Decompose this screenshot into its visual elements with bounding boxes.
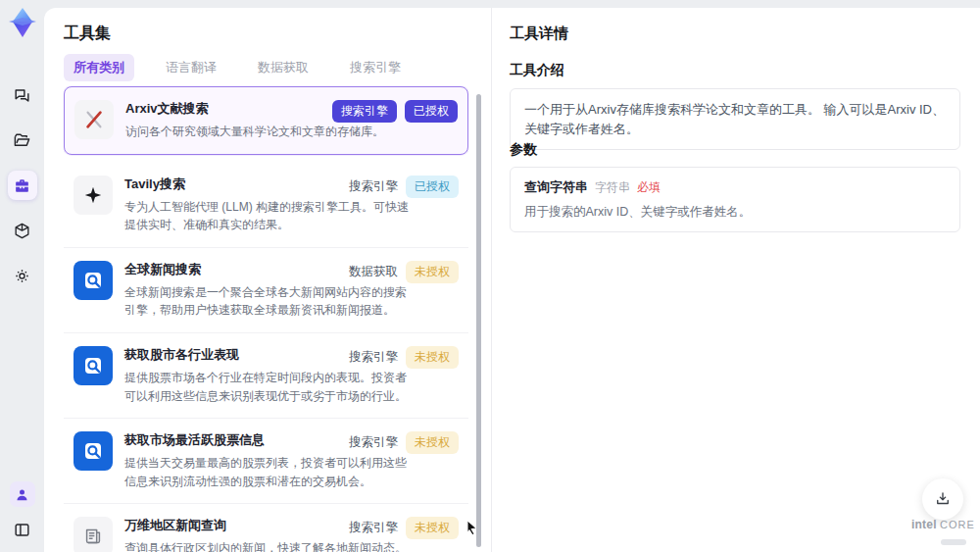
tool-category-tag: 数据获取	[349, 264, 398, 280]
tool-list: Arxiv文献搜索 访问各个研究领域大量科学论文和文章的存储库。 搜索引擎 已授…	[64, 86, 468, 552]
tool-list-item-1[interactable]: Tavily搜索 专为人工智能代理 (LLM) 构建的搜索引擎工具。可快速提供实…	[64, 163, 468, 248]
params-heading: 参数	[510, 141, 537, 159]
toolbox-icon[interactable]	[8, 171, 37, 200]
detail-title: 工具详情	[510, 25, 568, 43]
stock-app-icon	[74, 431, 113, 471]
tool-detail-panel: 工具详情 工具介绍 一个用于从Arxiv存储库搜索科学论文和文章的工具。 输入可…	[493, 8, 980, 552]
tool-auth-badge: 已授权	[405, 100, 458, 123]
tool-auth-badge: 未授权	[406, 431, 459, 454]
news-app-icon	[74, 261, 113, 300]
mouse-cursor	[466, 520, 479, 539]
tab-0[interactable]: 所有类别	[64, 54, 134, 81]
intro-box: 一个用于从Arxiv存储库搜索科学论文和文章的工具。 输入可以是Arxiv ID…	[510, 88, 960, 150]
collapse-panel-icon[interactable]	[8, 515, 37, 544]
tool-description: 全球新闻搜索是一个聚合全球各大新闻网站内容的搜索引擎，帮助用户快速获取全球最新资…	[124, 283, 411, 320]
tool-list-item-2[interactable]: 全球新闻搜索 全球新闻搜索是一个聚合全球各大新闻网站内容的搜索引擎，帮助用户快速…	[64, 248, 468, 333]
gear-icon[interactable]	[8, 261, 37, 290]
chat-icon[interactable]	[8, 80, 37, 110]
tool-list-item-0[interactable]: Arxiv文献搜索 访问各个研究领域大量科学论文和文章的存储库。 搜索引擎 已授…	[64, 86, 468, 155]
newspaper-icon	[74, 517, 113, 552]
tool-category-tag: 搜索引擎	[349, 434, 398, 451]
tab-1[interactable]: 语言翻译	[156, 54, 226, 81]
tool-category-tag: 搜索引擎	[332, 100, 397, 123]
folder-icon[interactable]	[8, 125, 37, 155]
tool-description: 提供股票市场各个行业在特定时间段内的表现。投资者可以利用这些信息来识别表现优于或…	[124, 369, 411, 405]
tool-auth-badge: 未授权	[406, 261, 459, 283]
tool-description: 提供当天交易量最高的股票列表，投资者可以利用这些信息来识别流动性强的股票和潜在的…	[124, 454, 411, 490]
tool-list-item-4[interactable]: 获取市场最活跃股票信息 提供当天交易量最高的股票列表，投资者可以利用这些信息来识…	[64, 419, 468, 504]
tool-auth-badge: 未授权	[406, 346, 459, 369]
intel-sub-badge	[941, 539, 966, 545]
param-type: 字符串	[595, 179, 630, 196]
scrollbar[interactable]	[476, 94, 481, 547]
intel-product-text: CORE	[940, 519, 975, 530]
tool-list-item-3[interactable]: 获取股市各行业表现 提供股票市场各个行业在特定时间段内的表现。投资者可以利用这些…	[64, 333, 468, 419]
page-title: 工具集	[64, 24, 111, 44]
tool-description: 专为人工智能代理 (LLM) 构建的搜索引擎工具。可快速提供实时、准确和真实的结…	[124, 198, 411, 234]
intro-heading: 工具介绍	[510, 62, 564, 79]
app-rail	[0, 0, 44, 552]
param-name: 查询字符串	[524, 178, 588, 196]
arxiv-logo-icon	[74, 100, 114, 139]
tool-list-item-5[interactable]: 万维地区新闻查询 查询具体行政区划内的新闻，快速了解各地新闻动态。 搜索引擎 未…	[64, 504, 468, 552]
sparkle-icon	[74, 176, 113, 215]
tool-auth-badge: 未授权	[406, 517, 459, 539]
intro-text: 一个用于从Arxiv存储库搜索科学论文和文章的工具。 输入可以是Arxiv ID…	[524, 100, 946, 138]
app-logo[interactable]	[7, 6, 38, 39]
param-required-badge: 必填	[637, 179, 661, 196]
intel-core-logo: intel CORE	[911, 518, 972, 549]
tool-auth-badge: 已授权	[406, 176, 459, 198]
tool-description: 查询具体行政区划内的新闻，快速了解各地新闻动态。	[124, 539, 411, 552]
tool-category-tag: 搜索引擎	[349, 349, 398, 366]
cube-icon[interactable]	[8, 216, 37, 245]
stock-app-icon	[74, 346, 113, 385]
tab-2[interactable]: 数据获取	[248, 54, 318, 81]
tool-category-tag: 搜索引擎	[349, 520, 398, 536]
category-tabs: 所有类别语言翻译数据获取搜索引擎	[64, 54, 411, 81]
param-desc: 用于搜索的Arxiv ID、关键字或作者姓名。	[524, 204, 946, 221]
tool-list-panel: 工具集 所有类别语言翻译数据获取搜索引擎 Arxiv文献搜索 访问各个研究领域大…	[44, 8, 492, 552]
tool-category-tag: 搜索引擎	[349, 178, 398, 195]
tool-description: 访问各个研究领域大量科学论文和文章的存储库。	[125, 123, 412, 141]
param-box: 查询字符串 字符串 必填 用于搜索的Arxiv ID、关键字或作者姓名。	[510, 167, 960, 232]
intel-vendor-text: intel	[911, 518, 937, 531]
user-icon[interactable]	[10, 481, 35, 507]
tab-3[interactable]: 搜索引擎	[340, 54, 411, 81]
download-button[interactable]	[922, 478, 963, 520]
main-card: 工具集 所有类别语言翻译数据获取搜索引擎 Arxiv文献搜索 访问各个研究领域大…	[44, 8, 980, 552]
